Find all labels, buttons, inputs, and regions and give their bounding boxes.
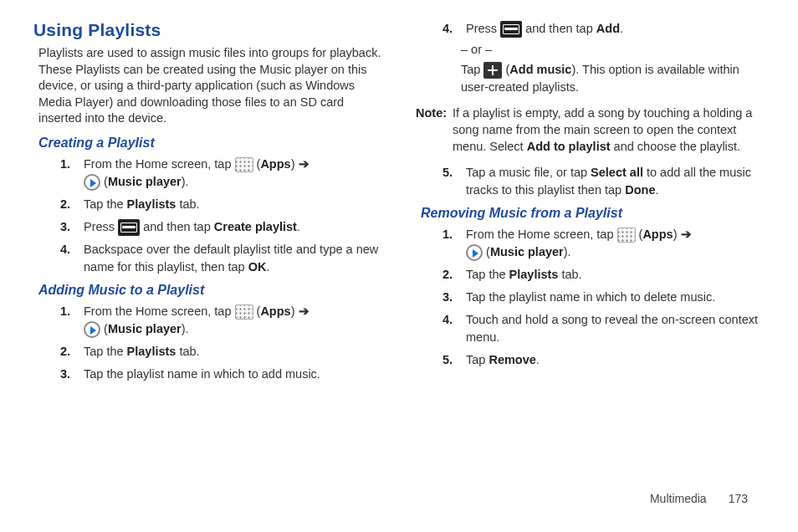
step-text: Press — [84, 220, 118, 233]
step-text: tab. — [176, 345, 199, 358]
step-text: tab. — [176, 197, 199, 211]
list-item: 1. From the Home screen, tap (Apps) ➔ (M… — [65, 303, 382, 338]
step-text: and then tap — [143, 220, 214, 233]
arrow-icon: ➔ — [681, 228, 692, 241]
apps-icon — [235, 304, 253, 320]
label-music-player: Music player — [490, 245, 564, 258]
step-text: . — [655, 183, 658, 197]
arrow-icon: ➔ — [299, 157, 309, 171]
intro-paragraph: Playlists are used to assign music files… — [38, 45, 382, 127]
step-number: 4. — [442, 20, 453, 38]
footer-section: Multimedia — [650, 492, 707, 505]
list-item: 1. From the Home screen, tap (Apps) ➔ (M… — [448, 226, 765, 261]
step-text: . — [536, 353, 540, 366]
step-text: Tap — [466, 353, 489, 366]
label-select-all: Select all — [591, 166, 643, 179]
step-number: 3. — [60, 366, 70, 383]
step-text: tab. — [558, 268, 581, 281]
step-text: From the Home screen, tap — [84, 304, 235, 318]
list-item: 3. Press and then tap Create playlist. — [65, 218, 382, 236]
step-text: Tap the — [84, 345, 127, 358]
label-done: Done — [625, 183, 655, 197]
step-text: Tap the playlist name in which to delete… — [466, 290, 715, 304]
step-text: ) — [291, 157, 299, 171]
step-text: Tap the — [466, 268, 509, 281]
step-text: ). — [182, 322, 189, 335]
step-text: . — [266, 260, 269, 274]
list-item: 2. Tap the Playlists tab. — [65, 196, 382, 213]
right-column: 4. Press and then tap Add. – or – Tap (A… — [416, 20, 765, 483]
list-item: 3. Tap the playlist name in which to add… — [65, 366, 382, 383]
step-number: 2. — [60, 196, 70, 213]
note-text: and choose the playlist. — [611, 140, 741, 153]
list-item: 4. Backspace over the default playlist t… — [65, 241, 382, 276]
list-item: 2. Tap the Playlists tab. — [65, 343, 382, 361]
label-apps: Apps — [642, 228, 673, 241]
adding-steps: 1. From the Home screen, tap (Apps) ➔ (M… — [65, 303, 382, 383]
menu-icon — [500, 21, 522, 38]
label-playlists: Playlists — [127, 197, 176, 211]
list-item: 5. Tap Remove. — [448, 351, 765, 369]
apps-icon — [235, 157, 253, 172]
step-text: From the Home screen, tap — [466, 228, 617, 241]
apps-icon — [617, 228, 636, 243]
step-number: 2. — [442, 266, 453, 284]
creating-steps: 1. From the Home screen, tap (Apps) ➔ (M… — [65, 156, 382, 276]
step-text: ). — [182, 175, 189, 188]
subheading-removing: Removing Music from a Playlist — [421, 206, 765, 221]
step-number: 1. — [442, 226, 453, 243]
note-label: Note: — [416, 105, 447, 121]
page-footer: Multimedia 173 — [0, 492, 798, 520]
music-player-icon — [84, 174, 100, 191]
music-player-icon — [466, 244, 483, 261]
list-item: 4. Press and then tap Add. — [448, 20, 765, 38]
label-add-to-playlist: Add to playlist — [527, 140, 611, 153]
step-text: Backspace over the default playlist titl… — [84, 243, 378, 274]
step-number: 3. — [442, 289, 453, 306]
or-divider: – or – — [461, 43, 765, 56]
label-create-playlist: Create playlist — [214, 220, 297, 233]
label-apps: Apps — [260, 304, 290, 318]
step-text: Touch and hold a song to reveal the on-s… — [466, 313, 758, 344]
section-heading: Using Playlists — [33, 20, 382, 40]
note-block: Note: If a playlist is empty, add a song… — [416, 105, 765, 156]
step-number: 4. — [60, 241, 70, 258]
step-number: 5. — [442, 164, 453, 182]
label-add: Add — [596, 22, 620, 35]
step-number: 1. — [60, 156, 70, 173]
step-number: 2. — [60, 343, 70, 361]
label-playlists: Playlists — [127, 345, 176, 358]
subheading-adding: Adding Music to a Playlist — [38, 283, 382, 298]
step-text: ). — [564, 245, 571, 258]
adding-steps-final: 5. Tap a music file, or tap Select all t… — [448, 164, 765, 199]
arrow-icon: ➔ — [299, 304, 309, 318]
list-item: 2. Tap the Playlists tab. — [448, 266, 765, 284]
step-number: 1. — [60, 303, 70, 320]
label-remove: Remove — [489, 353, 535, 366]
label-add-music: Add music — [509, 63, 571, 76]
page-content: Using Playlists Playlists are used to as… — [0, 0, 798, 492]
step-text: Tap the — [84, 197, 127, 211]
step-number: 5. — [442, 351, 453, 369]
step-text: Press — [466, 22, 500, 35]
left-column: Using Playlists Playlists are used to as… — [33, 20, 382, 483]
list-item: 3. Tap the playlist name in which to del… — [448, 289, 765, 306]
label-apps: Apps — [260, 157, 290, 171]
step-number: 4. — [442, 311, 453, 329]
label-music-player: Music player — [108, 322, 182, 335]
label-music-player: Music player — [108, 175, 182, 188]
plus-icon — [483, 62, 502, 79]
adding-steps-continued: 4. Press and then tap Add. — [448, 20, 765, 38]
step-number: 3. — [60, 218, 70, 236]
list-item: 5. Tap a music file, or tap Select all t… — [448, 164, 765, 199]
step-text: Tap a music file, or tap — [466, 166, 591, 179]
step-text: ) — [291, 304, 299, 318]
step-text: ). This option is available within user-… — [461, 63, 739, 94]
menu-icon — [118, 219, 140, 236]
list-item: 1. From the Home screen, tap (Apps) ➔ (M… — [65, 156, 382, 191]
page-number: 173 — [729, 492, 748, 505]
alt-option: Tap (Add music). This option is availabl… — [461, 61, 765, 95]
label-playlists: Playlists — [509, 268, 559, 281]
step-text: . — [297, 220, 300, 233]
music-player-icon — [84, 321, 100, 338]
